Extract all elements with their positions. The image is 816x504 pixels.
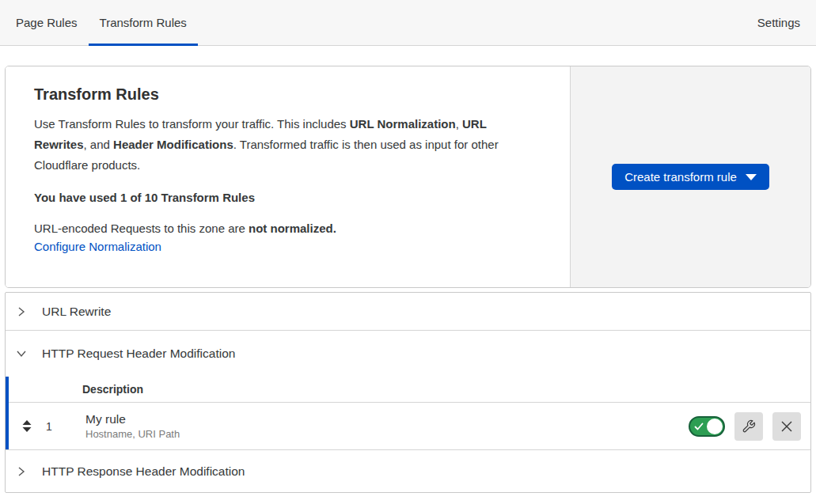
usage-count-text: You have used 1 of 10 Transform Rules: [34, 191, 541, 204]
description-bold-header-modifications: Header Modifications: [113, 138, 233, 151]
description-text: ,: [456, 117, 462, 131]
description-text: , and: [84, 138, 114, 151]
caret-down-icon: [746, 174, 757, 180]
section-http-response-header-modification: HTTP Response Header Modification: [6, 449, 810, 492]
tab-transform-rules[interactable]: Transform Rules: [89, 0, 198, 45]
chevron-down-icon: [15, 347, 28, 360]
rule-fields-summary: Hostname, URI Path: [85, 427, 180, 441]
section-url-rewrite: URL Rewrite: [6, 293, 810, 330]
description-bold-url-normalization: URL Normalization: [350, 117, 456, 131]
chevron-right-icon: [15, 305, 28, 318]
accordion-header-url-rewrite[interactable]: URL Rewrite: [6, 293, 810, 330]
delete-rule-button[interactable]: [772, 412, 801, 441]
card-description: Use Transform Rules to transform your tr…: [34, 114, 541, 175]
top-tab-bar: Page Rules Transform Rules Settings: [0, 0, 816, 46]
column-header-description: Description: [82, 383, 143, 396]
normalization-prefix: URL-encoded Requests to this zone are: [34, 222, 249, 235]
create-button-label: Create transform rule: [624, 170, 737, 184]
rules-table: Description 1 My rule Hostname, URI Path: [6, 377, 810, 449]
normalization-bold: not normalized.: [249, 222, 336, 235]
section-http-request-header-modification: HTTP Request Header Modification Descrip…: [6, 330, 810, 449]
transform-rules-card: Transform Rules Use Transform Rules to t…: [5, 66, 811, 288]
card-side-panel: Create transform rule: [570, 66, 810, 287]
wrench-icon: [742, 419, 756, 434]
accordion-header-http-response[interactable]: HTTP Response Header Modification: [6, 450, 810, 492]
configure-normalization-link[interactable]: Configure Normalization: [34, 240, 161, 253]
page-title: Transform Rules: [34, 85, 541, 104]
rule-type-accordion-list: URL Rewrite HTTP Request Header Modifica…: [5, 292, 811, 493]
tab-page-rules[interactable]: Page Rules: [5, 0, 89, 45]
settings-label: Settings: [757, 16, 800, 29]
chevron-right-icon: [15, 465, 28, 478]
edit-rule-button[interactable]: [734, 412, 763, 441]
accordion-label: URL Rewrite: [42, 305, 111, 319]
checkmark-icon: [694, 422, 704, 431]
tab-page-rules-label: Page Rules: [16, 16, 78, 29]
accordion-label: HTTP Response Header Modification: [42, 464, 245, 479]
settings-link[interactable]: Settings: [757, 0, 816, 45]
tab-transform-rules-label: Transform Rules: [100, 16, 187, 29]
accordion-label: HTTP Request Header Modification: [42, 347, 235, 361]
accordion-header-http-request[interactable]: HTTP Request Header Modification: [6, 331, 810, 377]
sort-handle-icon[interactable]: [17, 420, 37, 432]
rule-description-cell: My rule Hostname, URI Path: [85, 411, 180, 442]
normalization-status-text: URL-encoded Requests to this zone are no…: [34, 222, 541, 235]
rule-enabled-toggle[interactable]: [689, 416, 725, 437]
rule-order-number: 1: [37, 420, 61, 433]
rule-row-controls: [689, 412, 801, 441]
create-transform-rule-button[interactable]: Create transform rule: [612, 164, 769, 190]
page-content: Transform Rules Use Transform Rules to t…: [0, 46, 816, 493]
description-text: Use Transform Rules to transform your tr…: [34, 117, 350, 131]
table-header-row: Description: [9, 377, 810, 403]
x-icon: [780, 420, 793, 433]
rule-name: My rule: [85, 411, 180, 428]
card-main-content: Transform Rules Use Transform Rules to t…: [6, 66, 570, 287]
toggle-knob: [707, 419, 723, 434]
table-row: 1 My rule Hostname, URI Path: [9, 403, 810, 449]
